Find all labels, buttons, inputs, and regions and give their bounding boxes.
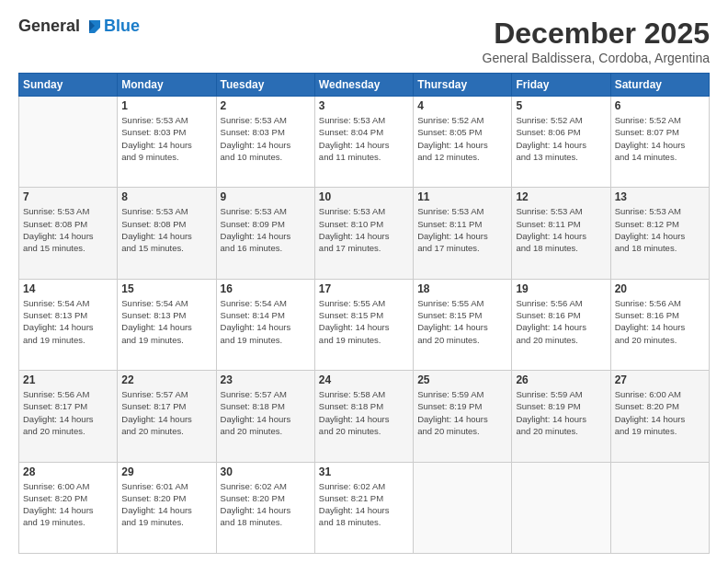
main-title: December 2025: [483, 17, 710, 51]
day-info: Sunrise: 5:53 AM Sunset: 8:03 PM Dayligh…: [121, 114, 211, 163]
day-info: Sunrise: 5:53 AM Sunset: 8:08 PM Dayligh…: [121, 205, 211, 254]
calendar-cell: 12Sunrise: 5:53 AM Sunset: 8:11 PM Dayli…: [512, 188, 610, 279]
day-number: 21: [23, 373, 113, 386]
weekday-header: Thursday: [414, 74, 512, 97]
day-info: Sunrise: 5:52 AM Sunset: 8:05 PM Dayligh…: [417, 114, 507, 163]
calendar-cell: 20Sunrise: 5:56 AM Sunset: 8:16 PM Dayli…: [610, 279, 709, 370]
calendar-cell: 3Sunrise: 5:53 AM Sunset: 8:04 PM Daylig…: [314, 97, 413, 188]
day-info: Sunrise: 5:57 AM Sunset: 8:18 PM Dayligh…: [221, 388, 311, 437]
day-info: Sunrise: 5:53 AM Sunset: 8:10 PM Dayligh…: [319, 205, 409, 254]
calendar-cell: 31Sunrise: 6:02 AM Sunset: 8:21 PM Dayli…: [314, 462, 413, 553]
day-info: Sunrise: 5:59 AM Sunset: 8:19 PM Dayligh…: [516, 388, 606, 437]
subtitle: General Baldissera, Cordoba, Argentina: [483, 51, 710, 65]
calendar-cell: 23Sunrise: 5:57 AM Sunset: 8:18 PM Dayli…: [216, 371, 314, 462]
day-info: Sunrise: 6:01 AM Sunset: 8:20 PM Dayligh…: [121, 480, 211, 529]
day-number: 11: [417, 190, 507, 203]
day-number: 8: [121, 190, 211, 203]
calendar-week-row: 21Sunrise: 5:56 AM Sunset: 8:17 PM Dayli…: [19, 371, 710, 462]
calendar-cell: 24Sunrise: 5:58 AM Sunset: 8:18 PM Dayli…: [314, 371, 413, 462]
day-number: 6: [615, 99, 705, 112]
logo-blue-text: Blue: [104, 17, 140, 36]
day-info: Sunrise: 5:56 AM Sunset: 8:16 PM Dayligh…: [516, 297, 606, 346]
day-info: Sunrise: 6:02 AM Sunset: 8:20 PM Dayligh…: [221, 480, 311, 529]
calendar-cell: 21Sunrise: 5:56 AM Sunset: 8:17 PM Dayli…: [19, 371, 118, 462]
weekday-header: Friday: [512, 74, 610, 97]
calendar-cell: 17Sunrise: 5:55 AM Sunset: 8:15 PM Dayli…: [314, 279, 413, 370]
day-number: 3: [319, 99, 409, 112]
day-info: Sunrise: 6:00 AM Sunset: 8:20 PM Dayligh…: [23, 480, 113, 529]
day-info: Sunrise: 5:53 AM Sunset: 8:08 PM Dayligh…: [23, 205, 113, 254]
calendar-week-row: 7Sunrise: 5:53 AM Sunset: 8:08 PM Daylig…: [19, 188, 710, 279]
calendar-cell: 27Sunrise: 6:00 AM Sunset: 8:20 PM Dayli…: [610, 371, 709, 462]
day-info: Sunrise: 5:56 AM Sunset: 8:16 PM Dayligh…: [615, 297, 705, 346]
calendar-cell: 11Sunrise: 5:53 AM Sunset: 8:11 PM Dayli…: [414, 188, 512, 279]
day-number: 5: [516, 99, 606, 112]
calendar-cell: 7Sunrise: 5:53 AM Sunset: 8:08 PM Daylig…: [19, 188, 118, 279]
calendar-table: SundayMondayTuesdayWednesdayThursdayFrid…: [18, 73, 710, 554]
day-info: Sunrise: 5:53 AM Sunset: 8:12 PM Dayligh…: [615, 205, 705, 254]
calendar-cell: [512, 462, 610, 553]
calendar-cell: 6Sunrise: 5:52 AM Sunset: 8:07 PM Daylig…: [610, 97, 709, 188]
day-number: 12: [516, 190, 606, 203]
day-number: 7: [23, 190, 113, 203]
day-number: 19: [516, 282, 606, 295]
day-info: Sunrise: 5:55 AM Sunset: 8:15 PM Dayligh…: [417, 297, 507, 346]
calendar-cell: 5Sunrise: 5:52 AM Sunset: 8:06 PM Daylig…: [512, 97, 610, 188]
day-number: 28: [23, 465, 113, 478]
day-info: Sunrise: 6:02 AM Sunset: 8:21 PM Dayligh…: [319, 480, 409, 529]
day-number: 22: [121, 373, 211, 386]
day-number: 18: [417, 282, 507, 295]
calendar-cell: 4Sunrise: 5:52 AM Sunset: 8:05 PM Daylig…: [414, 97, 512, 188]
day-number: 17: [319, 282, 409, 295]
calendar-week-row: 1Sunrise: 5:53 AM Sunset: 8:03 PM Daylig…: [19, 97, 710, 188]
day-number: 15: [121, 282, 211, 295]
logo: General Blue: [18, 17, 140, 36]
calendar-cell: 28Sunrise: 6:00 AM Sunset: 8:20 PM Dayli…: [19, 462, 118, 553]
calendar-cell: 16Sunrise: 5:54 AM Sunset: 8:14 PM Dayli…: [216, 279, 314, 370]
calendar-cell: [414, 462, 512, 553]
day-info: Sunrise: 5:56 AM Sunset: 8:17 PM Dayligh…: [23, 388, 113, 437]
day-number: 2: [221, 99, 311, 112]
day-info: Sunrise: 5:52 AM Sunset: 8:06 PM Dayligh…: [516, 114, 606, 163]
logo-general-text: General: [18, 17, 80, 36]
day-number: 31: [319, 465, 409, 478]
day-number: 9: [221, 190, 311, 203]
calendar-cell: 19Sunrise: 5:56 AM Sunset: 8:16 PM Dayli…: [512, 279, 610, 370]
title-section: December 2025 General Baldissera, Cordob…: [483, 17, 710, 65]
page: General Blue December 2025 General Baldi…: [0, 0, 728, 563]
weekday-header: Wednesday: [314, 74, 413, 97]
calendar-cell: 1Sunrise: 5:53 AM Sunset: 8:03 PM Daylig…: [118, 97, 216, 188]
day-info: Sunrise: 5:54 AM Sunset: 8:13 PM Dayligh…: [23, 297, 113, 346]
day-number: 26: [516, 373, 606, 386]
logo-icon: [82, 18, 102, 35]
day-number: 10: [319, 190, 409, 203]
calendar-cell: 15Sunrise: 5:54 AM Sunset: 8:13 PM Dayli…: [118, 279, 216, 370]
calendar-cell: [610, 462, 709, 553]
weekday-header: Monday: [118, 74, 216, 97]
day-info: Sunrise: 5:53 AM Sunset: 8:11 PM Dayligh…: [417, 205, 507, 254]
weekday-header: Sunday: [19, 74, 118, 97]
day-number: 25: [417, 373, 507, 386]
calendar-cell: 2Sunrise: 5:53 AM Sunset: 8:03 PM Daylig…: [216, 97, 314, 188]
day-number: 14: [23, 282, 113, 295]
day-number: 29: [121, 465, 211, 478]
day-number: 4: [417, 99, 507, 112]
day-info: Sunrise: 5:57 AM Sunset: 8:17 PM Dayligh…: [121, 388, 211, 437]
day-info: Sunrise: 6:00 AM Sunset: 8:20 PM Dayligh…: [615, 388, 705, 437]
day-number: 27: [615, 373, 705, 386]
day-number: 20: [615, 282, 705, 295]
day-info: Sunrise: 5:59 AM Sunset: 8:19 PM Dayligh…: [417, 388, 507, 437]
day-info: Sunrise: 5:55 AM Sunset: 8:15 PM Dayligh…: [319, 297, 409, 346]
day-info: Sunrise: 5:52 AM Sunset: 8:07 PM Dayligh…: [615, 114, 705, 163]
calendar-cell: 13Sunrise: 5:53 AM Sunset: 8:12 PM Dayli…: [610, 188, 709, 279]
calendar-header-row: SundayMondayTuesdayWednesdayThursdayFrid…: [19, 74, 710, 97]
day-number: 23: [221, 373, 311, 386]
day-info: Sunrise: 5:58 AM Sunset: 8:18 PM Dayligh…: [319, 388, 409, 437]
day-info: Sunrise: 5:53 AM Sunset: 8:09 PM Dayligh…: [221, 205, 311, 254]
day-info: Sunrise: 5:53 AM Sunset: 8:04 PM Dayligh…: [319, 114, 409, 163]
weekday-header: Saturday: [610, 74, 709, 97]
day-number: 13: [615, 190, 705, 203]
day-number: 24: [319, 373, 409, 386]
calendar-cell: 30Sunrise: 6:02 AM Sunset: 8:20 PM Dayli…: [216, 462, 314, 553]
day-number: 30: [221, 465, 311, 478]
